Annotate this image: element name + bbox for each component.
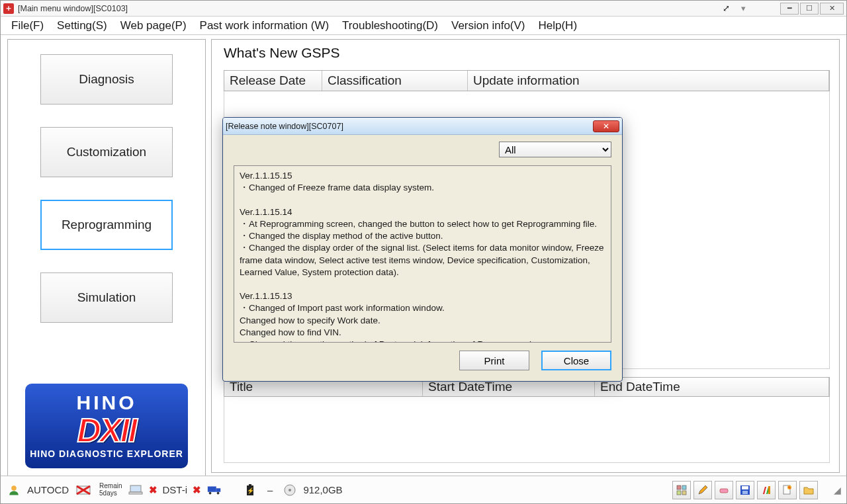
- menu-help[interactable]: Help(H): [532, 17, 584, 34]
- diagnosis-button[interactable]: Diagnosis: [40, 54, 173, 105]
- svg-point-0: [11, 485, 17, 491]
- toolbar-btn-grid[interactable]: [672, 481, 691, 499]
- menu-version[interactable]: Version info(V): [445, 17, 532, 34]
- svg-point-9: [217, 491, 220, 494]
- svg-rect-23: [768, 486, 770, 494]
- status-dash: –: [263, 484, 277, 495]
- svg-rect-7: [216, 488, 220, 492]
- toolbar-btn-eraser[interactable]: [715, 481, 733, 499]
- minimize-button[interactable]: ━: [780, 3, 799, 15]
- truck-icon: [206, 482, 222, 498]
- col-classification[interactable]: Classification: [322, 71, 468, 91]
- disk-icon: [282, 482, 298, 498]
- status-cross1-icon: ✖: [149, 484, 157, 496]
- toolbar-btn-save[interactable]: [736, 481, 754, 499]
- status-disk: 912,0GB: [303, 484, 342, 495]
- dialog-close-x[interactable]: ✕: [593, 120, 619, 132]
- status-cross2-icon: ✖: [193, 484, 201, 496]
- customization-button[interactable]: Customization: [40, 127, 173, 177]
- svg-rect-18: [682, 491, 686, 495]
- reprogramming-button[interactable]: Reprogramming: [40, 200, 173, 250]
- user-icon: [6, 482, 22, 498]
- col-end[interactable]: End DateTime: [595, 378, 829, 396]
- filter-select[interactable]: All: [499, 142, 611, 157]
- window-close-button[interactable]: ✕: [820, 3, 844, 15]
- menubar: File(F) Setting(S) Web page(P) Past work…: [1, 17, 846, 35]
- svg-rect-15: [677, 485, 681, 489]
- toolbar-btn-pencil[interactable]: [693, 481, 712, 499]
- expand-icon[interactable]: ⤢: [718, 1, 734, 17]
- svg-rect-21: [742, 486, 748, 489]
- app-icon: ＋: [3, 3, 14, 14]
- svg-rect-16: [682, 485, 686, 489]
- statusbar: AUTOCD Remain 5days ✖ DST-i ✖ ⚡ – 912,0G…: [1, 476, 846, 503]
- simulation-button[interactable]: Simulation: [40, 273, 173, 323]
- laptop-icon: [128, 482, 144, 498]
- svg-rect-4: [130, 485, 141, 492]
- svg-rect-19: [720, 489, 728, 493]
- status-dst: DST-i: [163, 484, 188, 495]
- maximize-button[interactable]: ☐: [800, 3, 819, 15]
- svg-rect-17: [677, 491, 681, 495]
- print-button[interactable]: Print: [459, 351, 529, 370]
- toolbar-btn-tools[interactable]: [757, 481, 776, 499]
- svg-point-14: [289, 489, 291, 491]
- logo: HINO DXII HINO DIAGNOSTIC EXPLORER: [25, 384, 188, 468]
- whats-new-header: Release Date Classification Update infor…: [224, 70, 830, 91]
- logo-line2: DXII: [77, 411, 136, 450]
- battery-icon: ⚡: [242, 482, 258, 498]
- titlebar: ＋ [Main menu window][SC0103] ⤢ ▾ ━ ☐ ✕: [1, 1, 846, 17]
- svg-rect-22: [742, 491, 748, 494]
- menu-file[interactable]: File(F): [5, 17, 50, 34]
- menu-webpage[interactable]: Web page(P): [114, 17, 193, 34]
- menu-troubleshooting[interactable]: Troubleshooting(D): [335, 17, 445, 34]
- menu-past-work[interactable]: Past work information (W): [193, 17, 336, 34]
- svg-point-8: [209, 491, 212, 494]
- chevron-down-icon[interactable]: ▾: [735, 1, 751, 17]
- menu-setting[interactable]: Setting(S): [50, 17, 114, 34]
- whats-new-title: What's New GSPS: [224, 45, 340, 61]
- svg-rect-6: [208, 486, 216, 491]
- close-button[interactable]: Close: [541, 351, 611, 370]
- svg-text:⚡: ⚡: [247, 487, 255, 495]
- warning-icon: [74, 482, 94, 498]
- release-notes-text[interactable]: Ver.1.1.15.15 ・Changed of Freeze frame d…: [234, 165, 611, 343]
- resize-grip-icon[interactable]: ◢: [834, 485, 841, 495]
- dialog-titlebar: [Release note window][SC0707] ✕: [223, 118, 622, 135]
- toolbar-btn-new-doc[interactable]: ✎: [778, 481, 797, 499]
- status-remain: Remain 5days: [99, 483, 122, 497]
- resume-body: [224, 397, 830, 463]
- svg-rect-11: [249, 484, 251, 486]
- dialog-title: [Release note window][SC0707]: [226, 122, 343, 131]
- window-title: [Main menu window][SC0103]: [18, 4, 128, 13]
- col-release-date[interactable]: Release Date: [224, 71, 322, 91]
- logo-line3: HINO DIAGNOSTIC EXPLORER: [30, 448, 183, 459]
- toolbar-btn-folder[interactable]: [799, 481, 818, 499]
- col-update-info[interactable]: Update information: [468, 71, 829, 91]
- logo-line1: HINO: [77, 393, 137, 413]
- svg-rect-5: [129, 492, 142, 494]
- status-user: AUTOCD: [27, 484, 69, 495]
- release-note-dialog: [Release note window][SC0707] ✕ All Ver.…: [222, 117, 623, 382]
- left-panel: Diagnosis Customization Reprogramming Si…: [7, 39, 206, 481]
- svg-text:✎: ✎: [788, 485, 791, 489]
